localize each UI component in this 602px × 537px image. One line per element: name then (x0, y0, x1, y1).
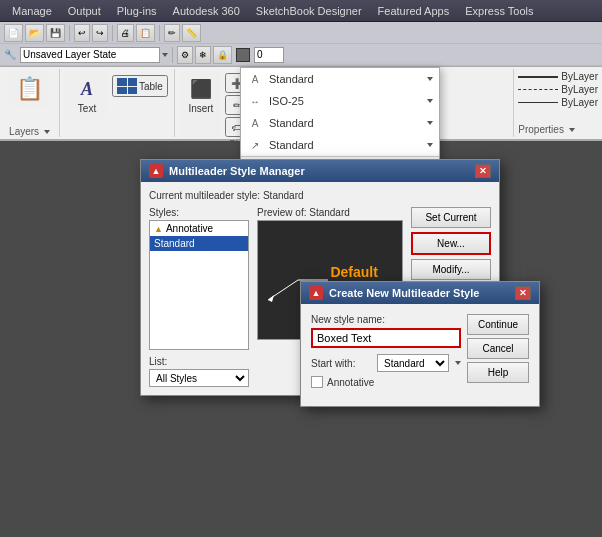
mlsm-window-controls: ✕ (475, 164, 491, 178)
styles-label: Styles: (149, 207, 249, 218)
insert-button[interactable]: ⬛ Insert (181, 71, 221, 137)
svg-marker-2 (268, 295, 274, 302)
set-current-button[interactable]: Set Current (411, 207, 491, 228)
mlsm-close-button[interactable]: ✕ (475, 164, 491, 178)
create-buttons: Continue Cancel Help (467, 314, 529, 396)
anno-arrow-1 (427, 99, 433, 103)
create-left: New style name: Start with: Standard Ann… (311, 314, 461, 396)
style-item-annotative[interactable]: ▲ Annotative (150, 221, 248, 236)
layers-dropdown-arrow[interactable] (44, 130, 50, 134)
separator-1 (69, 25, 70, 41)
start-with-label: Start with: (311, 358, 371, 369)
anno-arrow-0 (427, 77, 433, 81)
new-button[interactable]: 📄 (4, 24, 23, 42)
anno-item-1[interactable]: ↔ ISO-25 (241, 90, 439, 112)
mlsm-title-icon: ▲ (149, 164, 163, 178)
create-dialog: ▲ Create New Multileader Style ✕ New sty… (300, 281, 540, 407)
help-button[interactable]: Help (467, 362, 529, 383)
layers-text: Layers (9, 126, 39, 137)
insert-icon: ⬛ (187, 75, 215, 103)
anno-arrow-3 (427, 143, 433, 147)
create-layout: New style name: Start with: Standard Ann… (311, 314, 529, 396)
anno-arrow-2 (427, 121, 433, 125)
cancel-button[interactable]: Cancel (467, 338, 529, 359)
anno-item-0[interactable]: A Standard (241, 68, 439, 90)
ribbon: 📋 Layers A Text (0, 67, 602, 141)
bylayer-group: ByLayer ByLayer ByLayer Properties (513, 69, 602, 137)
layer-number-input[interactable] (254, 47, 284, 63)
modify-button[interactable]: Modify... (411, 259, 491, 280)
menu-sketchbook[interactable]: SketchBook Designer (248, 0, 370, 21)
styles-list[interactable]: ▲ Annotative Standard (149, 220, 249, 350)
layers-panel-label[interactable]: Layers (9, 124, 50, 137)
mlsm-title-left: ▲ Multileader Style Manager (149, 164, 305, 178)
preview-label: Preview of: Standard (257, 207, 403, 218)
layers-icon: 📋 (16, 75, 44, 103)
menu-bar: Manage Output Plug-ins Autodesk 360 Sket… (0, 0, 602, 22)
properties-dropdown-arrow[interactable] (569, 128, 575, 132)
layer-dropdown-arrow[interactable] (162, 53, 168, 57)
layer-state-input[interactable] (20, 47, 160, 63)
menu-express-tools[interactable]: Express Tools (457, 0, 541, 21)
properties-panel-label[interactable]: Properties (518, 122, 598, 135)
properties-button[interactable]: 📋 (136, 24, 155, 42)
anno-item-label-1: ISO-25 (269, 95, 304, 107)
anno-icon-3: ↗ (247, 137, 263, 153)
anno-item-label-3: Standard (269, 139, 314, 151)
undo-button[interactable]: ↩ (74, 24, 90, 42)
bylayer-item-2: ByLayer (518, 84, 598, 95)
separator-4 (172, 47, 173, 63)
layers-button[interactable]: 📋 (10, 71, 50, 107)
menu-output[interactable]: Output (60, 0, 109, 21)
text-letter-icon: A (81, 79, 93, 100)
annotative-row: Annotative (311, 376, 461, 388)
mlsm-title-text: Multileader Style Manager (169, 165, 305, 177)
list-row: List: (149, 356, 249, 367)
table-button[interactable]: Table (112, 75, 168, 97)
layers-buttons: 📋 (10, 71, 50, 107)
text-icon: A (73, 75, 101, 103)
new-button[interactable]: New... (411, 232, 491, 255)
match-properties[interactable]: ✏ (164, 24, 180, 42)
table-label: Table (139, 81, 163, 92)
open-button[interactable]: 📂 (25, 24, 44, 42)
toolbar-row-1: 📄 📂 💾 ↩ ↪ 🖨 📋 ✏ 📏 (0, 22, 602, 44)
text-button[interactable]: A Text (66, 71, 108, 118)
measure[interactable]: 📏 (182, 24, 201, 42)
menu-plugins[interactable]: Plug-ins (109, 0, 165, 21)
mlsm-titlebar: ▲ Multileader Style Manager ✕ (141, 160, 499, 182)
bylayer-label-1: ByLayer (561, 71, 598, 82)
create-titlebar: ▲ Create New Multileader Style ✕ (301, 282, 539, 304)
annotative-checkbox[interactable] (311, 376, 323, 388)
layer-settings[interactable]: ⚙ (177, 46, 193, 64)
anno-item-2[interactable]: A Standard (241, 112, 439, 134)
list-label: List: (149, 356, 167, 367)
new-style-name-input[interactable] (311, 328, 461, 348)
color-swatch[interactable] (236, 48, 250, 62)
separator-2 (112, 25, 113, 41)
anno-icon-0: A (247, 71, 263, 87)
list-dropdown[interactable]: All Styles (149, 369, 249, 387)
warn-icon-annotative: ▲ (154, 224, 163, 234)
toolbar-area: 📄 📂 💾 ↩ ↪ 🖨 📋 ✏ 📏 🔧 ⚙ ❄ 🔒 (0, 22, 602, 67)
anno-item-3[interactable]: ↗ Standard (241, 134, 439, 156)
redo-button[interactable]: ↪ (92, 24, 108, 42)
plot-button[interactable]: 🖨 (117, 24, 134, 42)
bylayer-item-1: ByLayer (518, 71, 598, 82)
menu-manage[interactable]: Manage (4, 0, 60, 21)
save-button[interactable]: 💾 (46, 24, 65, 42)
style-item-standard[interactable]: Standard (150, 236, 248, 251)
continue-button[interactable]: Continue (467, 314, 529, 335)
start-with-dropdown[interactable]: Standard (377, 354, 449, 372)
style-label-annotative: Annotative (166, 223, 213, 234)
bylayer-line-1 (518, 76, 558, 78)
styles-panel: Styles: ▲ Annotative Standard List: (149, 207, 249, 387)
layer-freeze[interactable]: ❄ (195, 46, 211, 64)
layer-lock[interactable]: 🔒 (213, 46, 232, 64)
create-title-text: Create New Multileader Style (329, 287, 479, 299)
menu-autodesk360[interactable]: Autodesk 360 (165, 0, 248, 21)
insert-label: Insert (188, 103, 213, 114)
menu-featured-apps[interactable]: Featured Apps (370, 0, 458, 21)
bylayer-label-3: ByLayer (561, 97, 598, 108)
create-close-button[interactable]: ✕ (515, 286, 531, 300)
